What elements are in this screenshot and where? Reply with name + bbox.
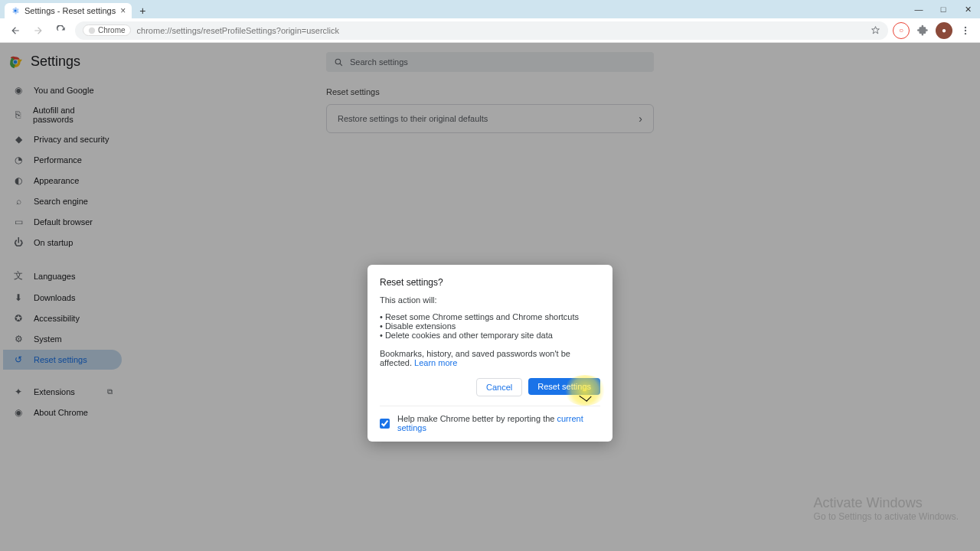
window-controls: — □ ✕ (906, 0, 980, 18)
extension-badge-icon[interactable]: ○ (893, 22, 910, 39)
reset-settings-button[interactable]: Reset settings (528, 378, 600, 395)
menu-icon[interactable] (957, 22, 974, 39)
tab-title: Settings - Reset settings (24, 6, 116, 15)
dialog-note: Bookmarks, history, and saved passwords … (380, 349, 600, 367)
dialog-bullets: Reset some Chrome settings and Chrome sh… (380, 312, 600, 340)
svg-point-1 (89, 27, 95, 33)
site-chip: Chrome (83, 24, 131, 36)
back-button[interactable] (6, 21, 24, 40)
browser-tab[interactable]: Settings - Reset settings × (5, 3, 132, 18)
extensions-icon[interactable] (914, 22, 931, 39)
help-row: Help make Chrome better by reporting the… (380, 406, 600, 432)
reload-button[interactable] (52, 21, 70, 40)
dialog-actions: Cancel Reset settings (380, 378, 600, 396)
svg-point-4 (965, 32, 966, 34)
content-area: Settings Search settings ◉You and Google… (0, 43, 980, 551)
report-checkbox[interactable] (380, 419, 390, 429)
cancel-button[interactable]: Cancel (476, 378, 522, 396)
help-text: Help make Chrome better by reporting the… (397, 414, 600, 432)
bookmark-star-icon[interactable] (871, 25, 880, 35)
toolbar-right-icons: ○ ● (893, 22, 974, 39)
bullet-item: Delete cookies and other temporary site … (380, 331, 600, 340)
reset-settings-dialog: Reset settings? This action will: Reset … (368, 265, 612, 442)
dialog-title: Reset settings? (380, 277, 600, 288)
dialog-intro: This action will: (380, 295, 600, 305)
maximize-button[interactable]: □ (931, 0, 956, 18)
browser-toolbar: Chrome chrome://settings/resetProfileSet… (0, 18, 980, 43)
profile-avatar[interactable]: ● (936, 22, 952, 39)
address-bar[interactable]: Chrome chrome://settings/resetProfileSet… (75, 21, 888, 40)
forward-button[interactable] (29, 21, 47, 40)
close-window-button[interactable]: ✕ (956, 0, 980, 18)
tab-close-icon[interactable]: × (120, 5, 126, 16)
settings-favicon-icon (11, 6, 20, 15)
chrome-icon (88, 27, 96, 34)
url-text: chrome://settings/resetProfileSettings?o… (137, 26, 339, 35)
minimize-button[interactable]: — (906, 0, 931, 18)
learn-more-link[interactable]: Learn more (414, 358, 457, 367)
titlebar: Settings - Reset settings × + — □ ✕ (0, 0, 980, 18)
bullet-item: Disable extensions (380, 321, 600, 331)
bullet-item: Reset some Chrome settings and Chrome sh… (380, 312, 600, 321)
new-tab-button[interactable]: + (135, 3, 150, 18)
svg-point-2 (965, 26, 966, 28)
svg-point-3 (965, 29, 966, 31)
